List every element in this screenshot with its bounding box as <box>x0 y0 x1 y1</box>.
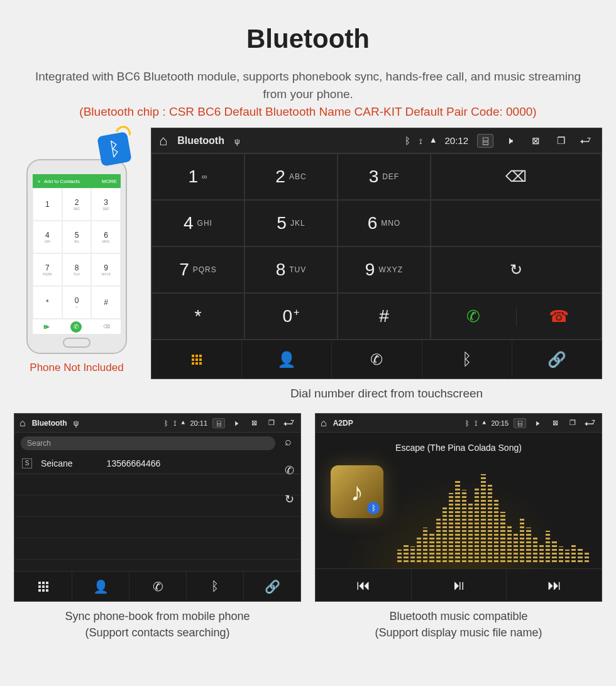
volume-icon[interactable] <box>502 134 519 148</box>
wifi-icon <box>181 419 185 427</box>
search-input[interactable]: Search <box>21 436 275 450</box>
redial-button[interactable] <box>431 246 602 293</box>
volume-icon[interactable] <box>531 418 544 428</box>
tab-contacts[interactable]: 👤 <box>241 340 331 379</box>
contact-number: 13566664466 <box>107 458 161 468</box>
redial-icon <box>510 261 522 279</box>
prev-button[interactable]: ⏮ <box>316 569 411 601</box>
recents-icon[interactable] <box>265 418 278 428</box>
next-icon: ⏭ <box>547 577 561 594</box>
sync-icon[interactable] <box>285 492 294 506</box>
backspace-button[interactable] <box>431 153 602 200</box>
page-red-specs: (Bluetooth chip : CSR BC6 Default Blueto… <box>13 105 603 119</box>
person-icon: 👤 <box>277 351 296 368</box>
link-icon <box>265 579 280 594</box>
home-icon[interactable] <box>159 133 167 149</box>
dial-key-5[interactable]: 5JKL <box>245 200 338 246</box>
next-button[interactable]: ⏭ <box>506 569 602 601</box>
screen-title: Bluetooth <box>177 135 224 147</box>
hangup-button[interactable] <box>516 307 601 326</box>
smartphone-header-more: MORE <box>102 179 117 184</box>
recents-icon[interactable] <box>566 418 579 428</box>
volume-icon[interactable] <box>230 418 243 428</box>
back-icon[interactable] <box>578 134 594 148</box>
track-title: Escape (The Pina Colada Song) <box>316 443 602 453</box>
backspace-icon <box>505 168 527 185</box>
home-icon[interactable] <box>321 418 327 429</box>
screen-title: A2DP <box>333 419 353 428</box>
dial-key-3[interactable]: 3DEF <box>338 153 431 200</box>
bluetooth-icon <box>164 419 168 427</box>
bluetooth-overlay-icon: ᛒ <box>367 502 380 514</box>
clock: 20:12 <box>444 135 468 146</box>
playpause-button[interactable]: ⏯ <box>411 569 507 601</box>
smartphone-key: 5JKL <box>62 221 92 253</box>
music-controls: ⏮ ⏯ ⏭ <box>316 568 602 601</box>
bluetooth-icon <box>405 135 410 146</box>
location-icon <box>419 135 422 146</box>
back-icon[interactable] <box>584 418 597 428</box>
home-icon[interactable] <box>19 418 26 429</box>
equalizer-visual <box>397 477 589 562</box>
dial-key-*[interactable]: * <box>151 293 245 340</box>
camera-icon[interactable] <box>477 134 493 148</box>
location-icon <box>475 419 477 428</box>
tab-keypad[interactable] <box>151 340 241 379</box>
dial-key-1[interactable]: 1∞ <box>151 153 245 200</box>
call-button[interactable] <box>431 307 516 326</box>
smartphone-header: ＋ Add to Contacts MORE <box>33 174 121 188</box>
smartphone-key: 9WXYZ <box>91 253 121 286</box>
hangup-icon <box>549 307 569 326</box>
headunit-music-panel: A2DP 20:15 Escape (The Pina Colada Song)… <box>315 413 602 602</box>
phone-icon[interactable] <box>285 463 294 477</box>
phone-icon <box>370 351 383 368</box>
plus-icon: ＋ <box>36 178 41 185</box>
phonebook-body: Search S Seicane 13566664466 <box>14 433 300 571</box>
search-placeholder: Search <box>27 439 51 448</box>
back-icon[interactable] <box>283 418 295 428</box>
tab-keypad[interactable] <box>14 572 72 601</box>
close-icon[interactable] <box>549 418 561 428</box>
empty-row <box>14 538 300 560</box>
close-icon[interactable] <box>248 418 260 428</box>
camera-icon[interactable] <box>514 418 526 428</box>
dialer-caption: Dial number direct from touchscreen <box>157 387 616 401</box>
music-body: Escape (The Pina Colada Song) ᛒ <box>316 433 602 568</box>
tab-recent[interactable] <box>129 572 186 601</box>
headunit-phonebook-panel: Bluetooth 20:11 Search S Seicane 135 <box>14 413 301 602</box>
keypad-icon <box>38 582 48 592</box>
statusbar: Bluetooth 20:11 <box>14 414 300 433</box>
camera-icon[interactable] <box>212 418 225 428</box>
dial-key-4[interactable]: 4GHI <box>151 200 245 246</box>
statusbar: A2DP 20:15 <box>316 414 602 433</box>
bluetooth-icon <box>465 419 470 427</box>
clock: 20:11 <box>190 419 207 427</box>
dial-key-6[interactable]: 6MNO <box>338 200 431 246</box>
album-art: ᛒ <box>331 465 383 518</box>
tab-pair[interactable] <box>243 572 300 601</box>
contact-row[interactable]: S Seicane 13566664466 <box>14 453 300 474</box>
dial-key-7[interactable]: 7PQRS <box>151 246 245 293</box>
smartphone-key: 3DEF <box>91 188 121 221</box>
smartphone-key: 7PQRS <box>33 253 62 286</box>
dial-key-#[interactable]: # <box>338 293 431 340</box>
tab-bluetooth[interactable] <box>186 572 243 601</box>
dial-key-8[interactable]: 8TUV <box>245 246 338 293</box>
smartphone-key: 0+ <box>62 286 92 319</box>
tab-bluetooth[interactable] <box>422 340 512 379</box>
dial-key-0[interactable]: 0+ <box>245 293 338 340</box>
tab-contacts[interactable]: 👤 <box>72 572 129 601</box>
page-subtitle: Integrated with BC6 Bluetooth module, su… <box>25 68 591 102</box>
close-icon[interactable] <box>527 134 544 148</box>
wifi-icon <box>482 419 486 427</box>
bottom-tabbar: 👤 <box>14 571 300 601</box>
tab-recent[interactable] <box>331 340 421 379</box>
dial-key-9[interactable]: 9WXYZ <box>338 246 431 293</box>
phone-mock-column: ᛒ ＋ Add to Contacts MORE 12ABC3DEF4GHI5J… <box>14 128 140 379</box>
clock: 20:15 <box>491 419 509 427</box>
recents-icon[interactable] <box>553 134 569 148</box>
dial-key-2[interactable]: 2ABC <box>245 153 338 200</box>
keypad-icon <box>192 355 202 365</box>
tab-pair[interactable] <box>512 340 602 379</box>
search-icon[interactable] <box>285 435 294 448</box>
